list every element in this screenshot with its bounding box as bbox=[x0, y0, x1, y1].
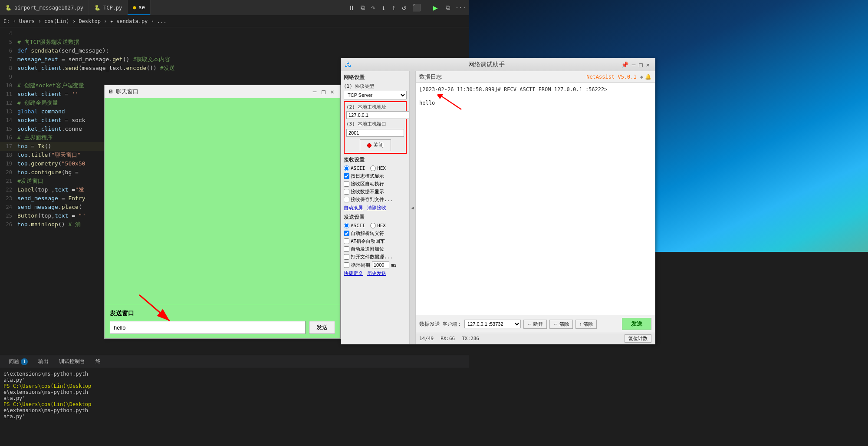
toolbar-step-out[interactable]: ↑ bbox=[392, 3, 396, 12]
cycle-check[interactable] bbox=[344, 262, 349, 268]
tab-active[interactable]: ● se bbox=[128, 0, 151, 15]
chat-red-arrow bbox=[131, 291, 183, 325]
data-send-label: 数据发送 bbox=[419, 320, 440, 328]
code-line: 5 # 向TCP服务端发送数据 bbox=[0, 38, 469, 46]
protocol-label: (1) 协议类型 bbox=[344, 83, 407, 89]
net-settings-title: 网络设置 bbox=[344, 74, 407, 81]
chat-send-btn[interactable]: 发送 bbox=[309, 321, 335, 334]
send-settings: 发送设置 ASCII HEX 自动解析转义符 AT指令自动回车 bbox=[344, 214, 407, 277]
net-minimize-btn[interactable]: ─ bbox=[630, 61, 637, 68]
status-rx: RX:66 bbox=[441, 336, 455, 341]
no-show-check[interactable]: 接收数据不显示 bbox=[344, 188, 407, 195]
recv-title: 接收设置 bbox=[344, 156, 407, 164]
terminal-line: PS C:\Users\cos(Lin)\Desktop bbox=[3, 383, 465, 389]
status-tx: TX:286 bbox=[462, 336, 479, 341]
net-bottom-controls: 数据发送 客户端： 127.0.0.1 :53732 ← 断开 ← 清除 ↑ 清… bbox=[416, 315, 655, 333]
terminal-line: e\extensions\ms-python.pyth bbox=[3, 389, 465, 395]
net-left-panel: 网络设置 (1) 协议类型 TCP Server (2) 本地主机地址 ▼ (3… bbox=[341, 71, 410, 344]
tab-terminal[interactable]: 终 bbox=[90, 355, 106, 368]
log-line-1: [2023-02-26 11:30:58.899]# RECV ASCII FR… bbox=[419, 86, 651, 93]
diamond-icon: ◆ bbox=[640, 74, 643, 80]
recv-hex-radio[interactable]: HEX bbox=[370, 165, 386, 171]
net-send-area[interactable] bbox=[416, 289, 655, 315]
more-options[interactable]: ··· bbox=[453, 4, 469, 11]
toolbar-stop[interactable]: ⬛ bbox=[412, 3, 421, 12]
auto-parse-check[interactable]: 自动解析转义符 bbox=[344, 230, 407, 237]
net-close-btn[interactable]: ✕ bbox=[644, 61, 651, 68]
python-icon: 🐍 bbox=[5, 5, 12, 11]
split-view[interactable]: ⧉ bbox=[443, 4, 453, 11]
data-log-title: 数据日志 bbox=[419, 73, 586, 81]
save-file-check[interactable]: 接收保存到文件... bbox=[344, 196, 407, 203]
clear-btn[interactable]: ← 清除 bbox=[549, 320, 573, 329]
net-assist-window: 🖧 网络调试助手 📌 ─ □ ✕ 网络设置 (1) 协议类型 TCP Serve… bbox=[341, 58, 655, 344]
tab-debug-console[interactable]: 调试控制台 bbox=[54, 355, 90, 368]
auto-exec-check[interactable]: 接收区自动执行 bbox=[344, 181, 407, 187]
code-line: 6 def senddata(send_message): bbox=[0, 46, 469, 55]
cycle-input[interactable] bbox=[372, 261, 389, 268]
problem-badge: 1 bbox=[21, 358, 28, 365]
net-send-btn[interactable]: 发送 bbox=[622, 318, 651, 330]
tab-tcp[interactable]: 🐍 TCP.py bbox=[89, 0, 128, 15]
log-line-2: hello bbox=[419, 94, 651, 112]
quick-set-link[interactable]: 快捷定义 bbox=[344, 270, 363, 277]
terminal-line: e\extensions\ms-python.pyth bbox=[3, 371, 465, 377]
port-input[interactable] bbox=[346, 129, 404, 137]
send-title: 发送设置 bbox=[344, 214, 407, 221]
toolbar-pause[interactable]: ⏸ bbox=[349, 4, 355, 11]
terminal-line: PS C:\Users\cos(Lin)\Desktop bbox=[3, 401, 465, 407]
open-db-check[interactable]: 打开文件数据源... bbox=[344, 254, 407, 260]
recv-ascii-radio[interactable]: ASCII bbox=[344, 165, 365, 171]
net-maximize-btn[interactable]: □ bbox=[637, 61, 644, 68]
history-link[interactable]: 历史发送 bbox=[367, 270, 386, 277]
dot-icon: ● bbox=[133, 4, 136, 10]
toolbar-step-over[interactable]: ↷ bbox=[371, 3, 375, 12]
code-line: 4 bbox=[0, 29, 469, 38]
net-title: 网络调试助手 bbox=[354, 61, 619, 69]
cycle-unit: ms bbox=[391, 262, 397, 268]
protocol-select[interactable]: TCP Server bbox=[344, 91, 407, 99]
auto-add-check[interactable]: 自动发送附加位 bbox=[344, 246, 407, 252]
chat-maximize[interactable]: □ bbox=[319, 88, 328, 95]
collapse-btn[interactable]: ◀ bbox=[410, 71, 416, 344]
reset-count-btn[interactable]: 复位计数 bbox=[625, 334, 651, 343]
toolbar-split[interactable]: ⧉ bbox=[361, 4, 365, 11]
red-dot-icon bbox=[367, 143, 372, 148]
chat-minimize[interactable]: ─ bbox=[310, 88, 319, 95]
breadcrumb: C: › Users › cos(Lin) › Desktop › ✦ send… bbox=[0, 15, 469, 27]
tab-problems[interactable]: 问题 1 bbox=[3, 355, 33, 368]
disconnect-btn[interactable]: ← 断开 bbox=[523, 320, 547, 329]
terminal-line: ata.py' bbox=[3, 377, 465, 383]
status-pos: 14/49 bbox=[419, 336, 434, 341]
chat-title: 聊天窗口 bbox=[116, 88, 310, 96]
send-ascii-radio[interactable]: ASCII bbox=[344, 223, 365, 228]
host-input[interactable] bbox=[346, 111, 410, 119]
recv-settings: 接收设置 ASCII HEX 按日志模式显示 接收区自动执行 bbox=[344, 156, 407, 211]
log-mode-check[interactable]: 按日志模式显示 bbox=[344, 173, 407, 179]
clear-recv-link[interactable]: 清除接收 bbox=[367, 205, 386, 211]
net-pin-btn[interactable]: 📌 bbox=[619, 61, 630, 68]
titlebar: 🐍 airport_message1027.py 🐍 TCP.py ● se ⏸… bbox=[0, 0, 469, 15]
clear2-btn[interactable]: ↑ 清除 bbox=[575, 320, 597, 329]
chat-titlebar: 🖥 聊天窗口 ─ □ ✕ bbox=[105, 85, 340, 98]
auto-clean-link[interactable]: 自动滚屏 bbox=[344, 205, 363, 211]
close-server-btn[interactable]: 关闭 bbox=[360, 139, 391, 151]
toolbar-step-into[interactable]: ↓ bbox=[381, 3, 386, 12]
net-icon: 🖧 bbox=[345, 60, 352, 69]
client-select[interactable]: 127.0.0.1 :53732 bbox=[464, 320, 521, 328]
run-button[interactable]: ▶ bbox=[428, 3, 443, 12]
log-red-arrow bbox=[437, 94, 464, 112]
at-auto-check[interactable]: AT指令自动回车 bbox=[344, 238, 407, 244]
send-hex-radio[interactable]: HEX bbox=[370, 223, 386, 228]
tab-airport[interactable]: 🐍 airport_message1027.py bbox=[0, 0, 89, 15]
svg-line-3 bbox=[442, 96, 461, 109]
net-titlebar: 🖧 网络调试助手 📌 ─ □ ✕ bbox=[341, 58, 655, 71]
bell-icon: 🔔 bbox=[645, 74, 651, 80]
toolbar-restart[interactable]: ↺ bbox=[402, 3, 406, 12]
chat-close[interactable]: ✕ bbox=[328, 88, 337, 95]
tab-output[interactable]: 输出 bbox=[33, 355, 54, 368]
terminal-line: ata.py' bbox=[3, 395, 465, 401]
host-label: (2) 本地主机地址 bbox=[346, 104, 404, 110]
python-icon2: 🐍 bbox=[94, 5, 101, 11]
port-label: (3) 本地主机端口 bbox=[346, 121, 404, 127]
